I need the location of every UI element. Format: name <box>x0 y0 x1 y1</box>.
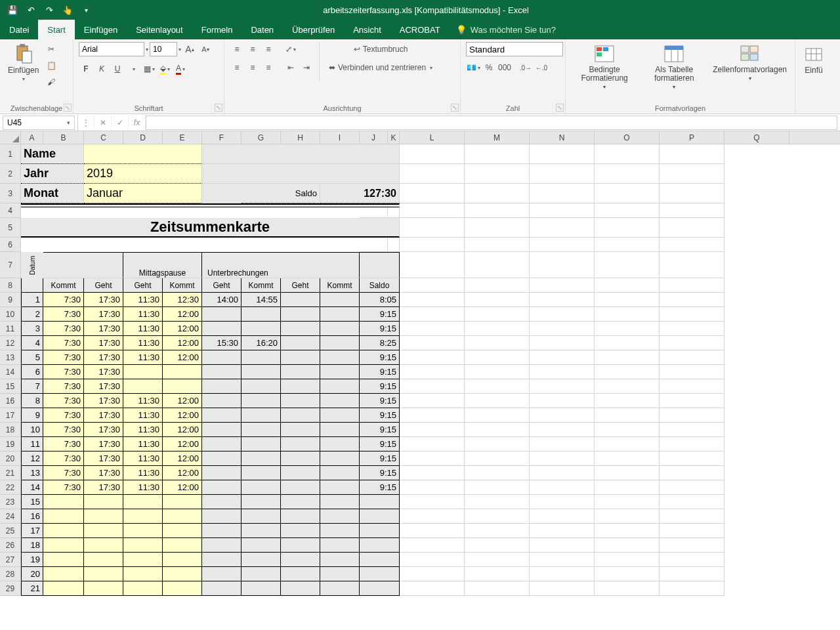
cell[interactable] <box>465 379 530 394</box>
row-header[interactable]: 24 <box>0 509 20 524</box>
cell[interactable] <box>465 238 530 252</box>
cell-saldo[interactable]: 9:15 <box>360 379 400 394</box>
cell-kommt[interactable] <box>43 538 84 553</box>
cell[interactable] <box>530 408 595 423</box>
cell-unt-geht2[interactable] <box>281 553 320 567</box>
cell-geht[interactable] <box>84 581 123 596</box>
cell[interactable] <box>530 203 595 218</box>
cell-mittag-kommt[interactable]: 12:00 <box>163 423 202 437</box>
cell-day[interactable]: 3 <box>21 322 43 336</box>
row-header[interactable]: 25 <box>0 524 20 538</box>
cell-mittag-geht[interactable]: 11:30 <box>123 336 163 350</box>
cell-mittag-geht[interactable]: 11:30 <box>123 437 163 452</box>
cell-unt-geht2[interactable] <box>281 350 320 365</box>
cell-mittag-geht[interactable]: 11:30 <box>123 307 163 322</box>
cell[interactable] <box>400 394 465 408</box>
cell[interactable] <box>660 218 724 238</box>
cell-mittag-kommt[interactable]: 12:00 <box>163 350 202 365</box>
cell[interactable] <box>465 293 530 307</box>
cell-unt-geht2[interactable] <box>281 365 320 379</box>
touch-mode-icon[interactable]: 👆 <box>59 1 76 18</box>
cell[interactable] <box>400 184 465 203</box>
font-name-input[interactable] <box>79 42 144 56</box>
cell-saldo[interactable]: 9:15 <box>360 423 400 437</box>
cell-unt-geht1[interactable] <box>202 524 242 538</box>
col-header[interactable]: D <box>123 131 163 144</box>
cell-unt-kommt2[interactable] <box>320 394 360 408</box>
cell[interactable] <box>400 307 465 322</box>
cell-day[interactable]: 16 <box>21 509 43 524</box>
cell-mittag-geht[interactable]: 11:30 <box>123 408 163 423</box>
cell[interactable] <box>400 164 465 184</box>
cell-kommt[interactable]: 7:30 <box>43 452 84 466</box>
clipboard-dialog-icon[interactable]: ⤡ <box>64 104 72 112</box>
redo-icon[interactable]: ↷ <box>41 1 58 18</box>
col-header[interactable]: L <box>400 131 465 144</box>
cell-kommt[interactable]: 7:30 <box>43 480 84 495</box>
cell[interactable] <box>465 408 530 423</box>
cell-day[interactable]: 12 <box>21 452 43 466</box>
cell-mittag-geht[interactable] <box>123 538 163 553</box>
cell[interactable] <box>465 144 530 164</box>
cell-unt-kommt2[interactable] <box>320 423 360 437</box>
row-header[interactable]: 23 <box>0 495 20 509</box>
cell-unt-kommt1[interactable] <box>242 553 281 567</box>
cell-saldo[interactable]: 8:25 <box>360 336 400 350</box>
cell-unt-kommt2[interactable] <box>320 336 360 350</box>
cell-unt-geht2[interactable] <box>281 581 320 596</box>
cell[interactable] <box>400 466 465 480</box>
cell-kommt[interactable]: 7:30 <box>43 336 84 350</box>
cell-mittag-geht[interactable] <box>123 495 163 509</box>
border-icon[interactable]: ▦ <box>142 62 156 76</box>
cell[interactable] <box>465 466 530 480</box>
cell-unt-geht1[interactable] <box>202 538 242 553</box>
cell-unt-kommt1[interactable] <box>242 307 281 322</box>
cell-unt-kommt2[interactable] <box>320 480 360 495</box>
cell-unt-geht2[interactable] <box>281 480 320 495</box>
cell-unt-geht1[interactable] <box>202 466 242 480</box>
align-bottom-icon[interactable]: ≡ <box>261 42 276 56</box>
row-header[interactable]: 15 <box>0 379 20 394</box>
cell[interactable] <box>465 524 530 538</box>
shrink-font-icon[interactable]: A▾ <box>198 42 213 56</box>
cell-unt-geht1[interactable]: 15:30 <box>202 336 242 350</box>
cell-day[interactable]: 21 <box>21 581 43 596</box>
cell-unt-geht1[interactable] <box>202 495 242 509</box>
col-header[interactable]: H <box>281 131 320 144</box>
cell-kommt[interactable] <box>43 524 84 538</box>
cell-geht[interactable]: 17:30 <box>84 293 123 307</box>
formula-input[interactable] <box>146 116 837 130</box>
cell[interactable] <box>400 567 465 581</box>
cell-mittag-kommt[interactable]: 12:00 <box>163 307 202 322</box>
cell[interactable] <box>465 322 530 336</box>
cell-unt-geht2[interactable] <box>281 437 320 452</box>
cell[interactable] <box>660 164 724 184</box>
cell-kommt[interactable]: 7:30 <box>43 423 84 437</box>
cell-geht[interactable]: 17:30 <box>84 480 123 495</box>
cell-geht[interactable] <box>84 495 123 509</box>
row-header[interactable]: 11 <box>0 322 20 336</box>
underline-button[interactable]: U <box>110 62 125 76</box>
cell[interactable] <box>465 423 530 437</box>
cell-mittag-kommt[interactable] <box>163 365 202 379</box>
row-header[interactable]: 9 <box>0 293 20 307</box>
cell[interactable] <box>400 452 465 466</box>
cell[interactable] <box>400 278 465 293</box>
cell-unt-geht2[interactable] <box>281 394 320 408</box>
cell[interactable] <box>400 408 465 423</box>
row-header[interactable]: 8 <box>0 278 20 293</box>
cell-saldo[interactable]: 9:15 <box>360 394 400 408</box>
cell-geht[interactable] <box>84 524 123 538</box>
cell-unt-geht2[interactable] <box>281 322 320 336</box>
cell[interactable] <box>530 322 595 336</box>
row-header[interactable]: 2 <box>0 164 20 184</box>
insert-function-icon[interactable]: ⋮ <box>77 115 94 131</box>
row-header[interactable]: 19 <box>0 437 20 452</box>
cell[interactable] <box>360 238 388 252</box>
cell[interactable] <box>400 293 465 307</box>
cell[interactable] <box>595 423 660 437</box>
row-header[interactable]: 27 <box>0 553 20 567</box>
cell-unt-geht2[interactable] <box>281 336 320 350</box>
enter-icon[interactable]: ✓ <box>112 115 129 131</box>
cell-day[interactable]: 10 <box>21 423 43 437</box>
